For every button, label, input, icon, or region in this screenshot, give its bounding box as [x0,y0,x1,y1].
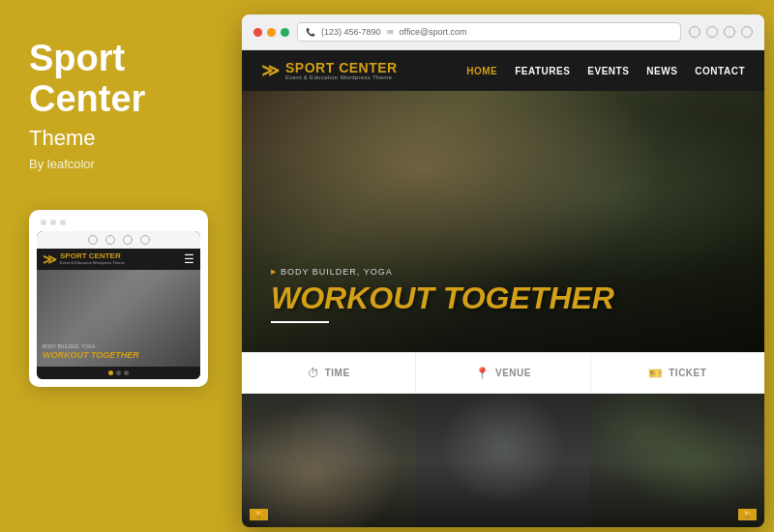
mobile-dot-2 [50,220,56,225]
gallery-image-2 [416,394,590,527]
gallery-image-3 [590,394,764,527]
mobile-hero-tag: BODY BUILDER, YOGA [43,343,194,349]
mobile-dot-1 [41,220,46,225]
site-nav: ≫ SPORT CENTER Event & Education Wordpre… [242,50,764,91]
info-item-ticket[interactable]: 🎫 TICKET [591,353,764,393]
hero-section: BODY BUILDER, YOGA WORKOUT TOGETHER [242,91,764,352]
mobile-toolbar-icon-2 [105,235,115,245]
mobile-toolbar-icon-1 [88,235,98,245]
gallery-image-1 [242,394,416,527]
browser-address-bar[interactable]: 📞 (123) 456-7890 ✉ office@sport.com [297,22,681,42]
mobile-logo-tagline: Event & Education Wordpress Theme [60,260,125,265]
browser-chrome: 📞 (123) 456-7890 ✉ office@sport.com [242,15,764,50]
mobile-logo-main: SPORT CENTER [60,252,125,260]
browser-panel: 📞 (123) 456-7890 ✉ office@sport.com ≫ SP… [242,15,764,527]
info-item-time[interactable]: ⏱ TIME [242,353,416,393]
time-icon: ⏱ [308,367,319,380]
mobile-hero: BODY BUILDER, YOGA WORKOUT TOGETHER [37,270,200,367]
browser-email: office@sport.com [400,27,467,37]
nav-item-news[interactable]: NEWS [646,66,677,76]
theme-subtitle: Theme [29,126,208,151]
email-icon: ✉ [387,28,394,37]
left-panel: Sport Center Theme By leafcolor ≫ [0,0,237,532]
mobile-nav: ≫ SPORT CENTER Event & Education Wordpre… [37,249,200,270]
main-title: Sport Center [29,39,208,120]
logo-main-text: SPORT CENTER [285,61,398,74]
trophy-icon: 🏆 [254,511,263,518]
gallery-badge-3: 🏆 [738,509,757,520]
browser-actions [689,26,753,38]
mobile-page-dot-1 [108,370,113,375]
nav-item-home[interactable]: HOME [466,66,497,76]
mobile-hero-content: BODY BUILDER, YOGA WORKOUT TOGETHER [43,343,194,361]
hero-tag: BODY BUILDER, YOGA [271,267,735,277]
phone-icon: 📞 [306,28,315,37]
nav-item-events[interactable]: EVENTS [587,66,629,76]
gallery-section: 🏆 🏆 [242,393,764,527]
site-logo: ≫ SPORT CENTER Event & Education Wordpre… [261,61,398,80]
author-credit: By leafcolor [29,157,208,171]
browser-cart-icon[interactable] [724,26,735,38]
info-item-venue[interactable]: 📍 VENUE [416,353,590,393]
browser-phone: (123) 456-7890 [321,27,381,37]
gallery-item-3: 🏆 [590,394,764,527]
logo-chevron-icon: ≫ [261,62,280,79]
nav-item-features[interactable]: FEATURES [515,66,570,76]
mobile-hamburger-icon[interactable]: ☰ [184,252,194,266]
gallery-badge-1: 🏆 [250,509,268,520]
info-bar: ⏱ TIME 📍 VENUE 🎫 TICKET [242,352,764,393]
logo-tagline: Event & Education Wordpress Theme [285,74,398,80]
mobile-page-dot-3 [124,370,129,375]
mobile-logo: ≫ SPORT CENTER Event & Education Wordpre… [43,252,125,266]
venue-label: VENUE [495,368,531,378]
mobile-mockup: ≫ SPORT CENTER Event & Education Wordpre… [29,210,208,387]
browser-dot-maximize[interactable] [281,28,289,37]
browser-user-icon[interactable] [741,26,753,38]
trophy-icon-2: 🏆 [743,511,752,517]
browser-dot-minimize[interactable] [267,28,276,37]
mobile-toolbar-icon-4 [140,235,150,245]
ticket-label: TICKET [669,368,706,378]
mobile-toolbar [37,231,200,249]
time-label: TIME [325,368,350,378]
gallery-item-1: 🏆 [242,394,416,527]
mobile-dot-3 [60,220,66,225]
browser-dot-close[interactable] [253,28,262,37]
ticket-icon: 🎫 [648,367,663,380]
hero-content: BODY BUILDER, YOGA WORKOUT TOGETHER [271,267,735,323]
nav-item-contact[interactable]: CONTACT [695,66,745,76]
browser-window-dots [253,28,289,37]
nav-items: HOME FEATURES EVENTS NEWS CONTACT [466,66,745,76]
gallery-item-2 [416,394,590,527]
browser-pin-icon[interactable] [706,26,718,38]
mobile-page-dot-2 [116,370,121,375]
mobile-hero-heading: WORKOUT TOGETHER [43,351,194,361]
mobile-pagination [37,367,200,379]
hero-title: WORKOUT TOGETHER [271,282,735,313]
venue-icon: 📍 [475,367,490,380]
mobile-screen: ≫ SPORT CENTER Event & Education Wordpre… [37,231,200,379]
mobile-window-dots [37,218,200,227]
mobile-toolbar-icon-3 [123,235,133,245]
browser-search-icon[interactable] [689,26,700,38]
hero-divider [271,321,329,323]
mobile-logo-text-block: SPORT CENTER Event & Education Wordpress… [60,252,125,265]
logo-text-block: SPORT CENTER Event & Education Wordpress… [285,61,398,80]
mobile-chevron-icon: ≫ [43,252,57,266]
